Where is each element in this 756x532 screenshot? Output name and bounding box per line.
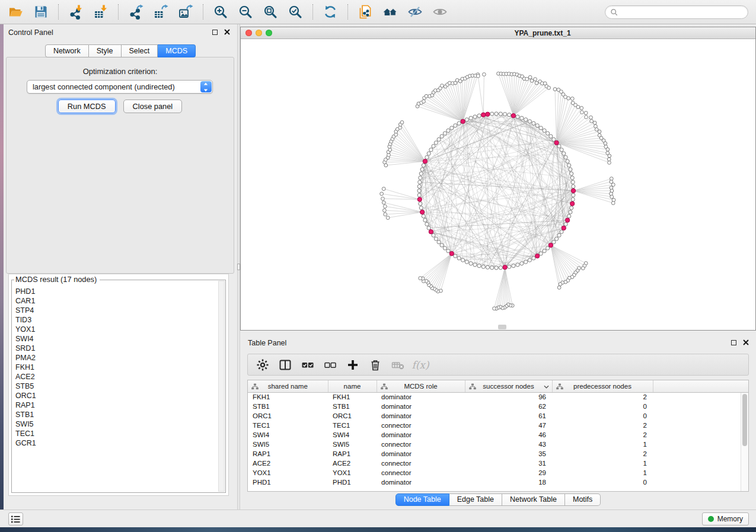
- mcds-result-item[interactable]: RAP1: [15, 400, 214, 410]
- export-table-button[interactable]: [151, 2, 170, 21]
- export-network-button[interactable]: [126, 2, 145, 21]
- deselect-all-button[interactable]: [323, 357, 338, 373]
- mcds-result-item[interactable]: SWI5: [15, 419, 214, 429]
- mcds-result-item[interactable]: ACE2: [15, 372, 214, 382]
- column-header-successor-nodes[interactable]: successor nodes: [465, 380, 552, 392]
- column-header-shared-name[interactable]: shared name: [248, 380, 328, 392]
- column-header-mcds-role[interactable]: MCDS role: [377, 380, 465, 392]
- table-row[interactable]: TEC1TEC1connector472: [248, 421, 748, 430]
- table-cell: SWI4: [328, 430, 377, 440]
- toolbar-buttons: [0, 2, 452, 21]
- function-builder-button[interactable]: f(x): [413, 357, 428, 373]
- tab-network-table[interactable]: Network Table: [502, 493, 565, 506]
- column-header-name[interactable]: name: [328, 380, 377, 392]
- table-row[interactable]: ORC1ORC1dominator610: [248, 411, 748, 421]
- task-history-button[interactable]: [8, 512, 23, 525]
- table-cell: 0: [552, 411, 653, 421]
- tab-mcds[interactable]: MCDS: [158, 44, 196, 57]
- criterion-dropdown[interactable]: largest connected component (undirected): [27, 80, 213, 94]
- search-input[interactable]: [621, 6, 748, 18]
- table-row[interactable]: YOX1YOX1connector291: [248, 468, 748, 477]
- float-panel-icon[interactable]: [212, 30, 218, 35]
- mcds-result-item[interactable]: FKH1: [15, 363, 214, 372]
- table-cell-filler: [653, 477, 748, 487]
- node-table-header-row: shared namenameMCDS rolesuccessor nodesp…: [248, 380, 748, 392]
- tab-node-table[interactable]: Node Table: [395, 493, 449, 506]
- mcds-result-item[interactable]: STB5: [15, 382, 214, 391]
- add-column-icon: [346, 358, 359, 371]
- memory-button[interactable]: Memory: [702, 512, 749, 525]
- table-cell: RAP1: [328, 449, 377, 459]
- mcds-result-item[interactable]: SWI4: [15, 334, 214, 344]
- tab-style[interactable]: Style: [89, 44, 122, 57]
- tab-select[interactable]: Select: [122, 44, 158, 57]
- zoom-fit-button[interactable]: [261, 2, 280, 21]
- network-window-titlebar[interactable]: YPA_prune.txt_1: [241, 27, 755, 39]
- tab-network[interactable]: Network: [45, 44, 89, 57]
- show-columns-button[interactable]: [277, 357, 293, 373]
- mcds-result-item[interactable]: STB1: [15, 410, 214, 419]
- table-row[interactable]: FKH1FKH1dominator962: [248, 392, 748, 402]
- run-mcds-button[interactable]: Run MCDS: [58, 100, 116, 113]
- mcds-result-item[interactable]: STP4: [15, 306, 214, 315]
- column-header-predecessor-nodes[interactable]: predecessor nodes: [552, 380, 653, 392]
- export-image-button[interactable]: [176, 2, 195, 21]
- table-cell: RAP1: [248, 449, 328, 459]
- hide-selected-button[interactable]: [406, 2, 425, 21]
- table-scrollbar-thumb[interactable]: [742, 394, 747, 446]
- save-session-button[interactable]: [31, 2, 50, 21]
- mcds-result-item[interactable]: TID3: [15, 315, 214, 325]
- show-all-button[interactable]: [430, 2, 449, 21]
- apply-layout-button[interactable]: [321, 2, 340, 21]
- mcds-result-item[interactable]: TEC1: [15, 429, 214, 438]
- mcds-result-item[interactable]: CAR1: [15, 296, 214, 306]
- mcds-result-item[interactable]: YOX1: [15, 325, 214, 334]
- zoom-out-button[interactable]: [236, 2, 255, 21]
- close-table-panel-icon[interactable]: [743, 339, 749, 345]
- tab-edge-table[interactable]: Edge Table: [449, 493, 502, 506]
- table-row[interactable]: SWI4SWI4dominator462: [248, 430, 748, 440]
- delete-column-button[interactable]: [368, 357, 383, 373]
- table-cell: 2: [552, 421, 653, 430]
- table-row[interactable]: ACE2ACE2connector311: [248, 459, 748, 468]
- first-neighbors-button[interactable]: [381, 2, 400, 21]
- control-panel: Control Panel NetworkStyleSelectMCDS Opt…: [4, 24, 237, 509]
- mcds-result-scrollbar[interactable]: [218, 281, 225, 492]
- network-scroll-handle[interactable]: [498, 325, 506, 329]
- zoom-selected-button[interactable]: [286, 2, 305, 21]
- import-network-button[interactable]: [66, 2, 85, 21]
- add-column-button[interactable]: [345, 357, 361, 373]
- dropdown-stepper-icon: [200, 81, 212, 92]
- table-row[interactable]: STB1STB1dominator620: [248, 402, 748, 411]
- table-cell: ORC1: [248, 411, 328, 421]
- mcds-result-item[interactable]: SRD1: [15, 344, 214, 353]
- mcds-result-item[interactable]: PMA2: [15, 353, 214, 363]
- attribute-type-icon: [381, 383, 388, 390]
- open-session-button[interactable]: [7, 2, 25, 21]
- float-table-panel-icon[interactable]: [731, 340, 736, 345]
- apply-layout-icon: [323, 4, 338, 20]
- table-row[interactable]: RAP1RAP1dominator352: [248, 449, 748, 459]
- table-cell-filler: [653, 459, 748, 468]
- table-row[interactable]: PHD1PHD1dominator180: [248, 477, 748, 487]
- delete-table-button[interactable]: [390, 357, 406, 373]
- tab-motifs[interactable]: Motifs: [565, 493, 601, 506]
- search-box[interactable]: [605, 5, 748, 19]
- network-canvas: [241, 39, 755, 330]
- network-view[interactable]: [241, 39, 755, 330]
- table-row[interactable]: SWI5SWI5connector431: [248, 440, 748, 449]
- close-panel-icon[interactable]: [224, 29, 230, 35]
- network-from-selection-button[interactable]: [356, 2, 375, 21]
- zoom-in-button[interactable]: [211, 2, 230, 21]
- select-all-button[interactable]: [300, 357, 315, 373]
- table-panel: Table Panel f(x) shared namenameMCDS rol…: [240, 335, 756, 508]
- mcds-result-item[interactable]: GCR1: [15, 438, 214, 448]
- status-bar: Memory: [0, 509, 756, 527]
- table-settings-button[interactable]: [255, 357, 270, 373]
- table-cell: SWI4: [248, 430, 328, 440]
- import-table-button[interactable]: [91, 2, 110, 21]
- table-scrollbar[interactable]: [741, 393, 748, 491]
- mcds-result-item[interactable]: ORC1: [15, 391, 214, 400]
- mcds-result-item[interactable]: PHD1: [15, 287, 214, 296]
- close-panel-button[interactable]: Close panel: [123, 100, 183, 113]
